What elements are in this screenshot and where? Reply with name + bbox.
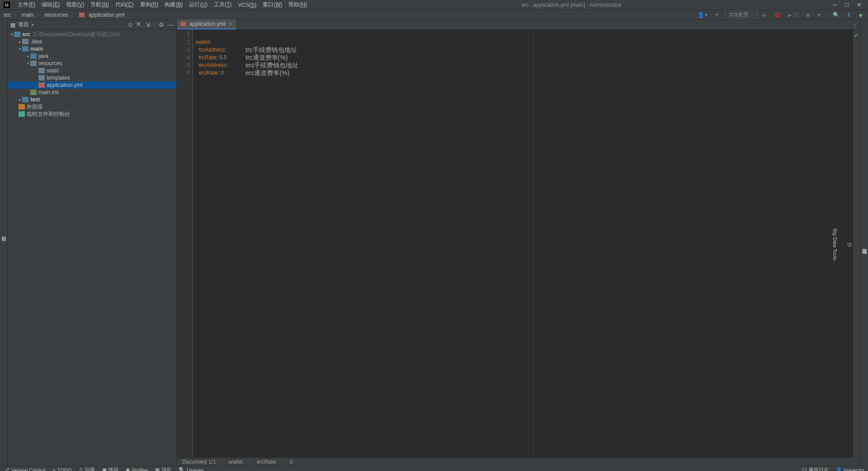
yaml-file-icon: [38, 82, 45, 88]
menu-view[interactable]: 视图(V): [63, 1, 87, 9]
tree-label: main: [30, 46, 43, 52]
window-close-icon[interactable]: ✕: [857, 1, 862, 8]
ide-settings-icon[interactable]: ◆: [857, 11, 864, 19]
more-icon[interactable]: ⋮: [852, 23, 858, 29]
menu-code[interactable]: 代码(C): [112, 1, 137, 9]
profiler-button[interactable]: ◉Profiler: [126, 467, 148, 471]
version-control-button[interactable]: ⎇Version Control: [4, 467, 45, 471]
gear-icon[interactable]: ⚙: [159, 21, 164, 28]
editor-tab[interactable]: application.yml ×: [177, 19, 236, 29]
editor-gutter[interactable]: 1 2 3 4 5 6: [177, 30, 193, 457]
tree-label: test: [30, 96, 40, 103]
line-number: 5: [177, 62, 190, 69]
code-line: [196, 31, 853, 38]
message-icon: ▦: [155, 467, 160, 471]
menu-help[interactable]: 帮助(H): [285, 1, 310, 9]
breadcrumb-item[interactable]: application.yml: [89, 12, 124, 18]
inline-comment: trc手续费钱包地址: [245, 46, 297, 54]
debug-icon[interactable]: 🐞: [772, 11, 783, 19]
run-icon[interactable]: ▶: [761, 11, 769, 19]
messages-button[interactable]: ▦消息: [155, 466, 171, 471]
yaml-path-item[interactable]: 0: [290, 459, 293, 465]
tree-path: D:\Documents\Desktop\提币接口\src: [33, 31, 121, 38]
search-icon[interactable]: 🔍: [831, 11, 841, 19]
todo-button[interactable]: ≡TODO: [52, 467, 71, 471]
tree-row-extlib[interactable]: 外部库: [8, 103, 176, 110]
select-opened-file-icon[interactable]: ⊙: [128, 21, 133, 28]
menu-navigate[interactable]: 导航(N): [87, 1, 112, 9]
chevron-down-icon[interactable]: ▾: [9, 32, 14, 37]
tree-row-appyml[interactable]: application.yml: [8, 81, 176, 89]
menu-build[interactable]: 构建(B): [161, 1, 186, 9]
close-tab-icon[interactable]: ×: [229, 21, 232, 27]
menu-vcs[interactable]: VCS(S): [235, 2, 259, 8]
chevron-down-icon[interactable]: ▾: [26, 61, 30, 66]
tree-row-test[interactable]: ▸ test: [8, 96, 176, 103]
stop-icon[interactable]: ■: [816, 11, 822, 19]
add-user-icon[interactable]: 👤+: [696, 11, 709, 19]
expand-all-icon[interactable]: ⇱: [137, 21, 142, 28]
line-number: 3: [177, 46, 190, 54]
chevron-down-icon[interactable]: ▾: [18, 47, 22, 51]
left-tool-strip: 项目 结构 收藏夹 Bookmarks: [0, 20, 8, 466]
tree-label: .idea: [30, 38, 42, 45]
window-maximize-icon[interactable]: □: [845, 1, 849, 8]
tree-row-templates[interactable]: templates: [8, 74, 176, 81]
breadcrumb-item[interactable]: resources: [44, 12, 68, 18]
yaml-file-icon: [180, 22, 186, 26]
chevron-down-icon[interactable]: ▾: [32, 23, 34, 27]
folder-icon: [38, 68, 45, 73]
tree-label: 外部库: [27, 103, 43, 111]
window-minimize-icon[interactable]: ─: [833, 1, 837, 8]
resources-folder-icon: [30, 61, 37, 66]
minimize-panel-icon[interactable]: —: [168, 21, 174, 28]
editor-breadcrumb-bar: Document 1/1 〉 wallet: 〉 ercRate: 〉 0: [177, 457, 860, 466]
terminal-button[interactable]: ▣终端: [102, 466, 118, 471]
chevron-right-icon[interactable]: ▸: [18, 39, 22, 44]
project-panel-title[interactable]: 项目: [18, 21, 29, 29]
title-bar: IJ 文件(F) 编辑(E) 视图(V) 导航(N) 代码(C) 重构(R) 构…: [0, 0, 868, 10]
tree-label: src: [22, 31, 30, 38]
tree-row-idea[interactable]: ▸ .idea: [8, 38, 176, 45]
menu-file[interactable]: 文件(F): [14, 1, 38, 9]
inspector-button[interactable]: 👤Inspector: [836, 467, 864, 471]
problems-button[interactable]: ⚠问题: [79, 466, 95, 471]
run-config-select[interactable]: 添加配置...: [725, 10, 757, 19]
tree-row-resources[interactable]: ▾ resources: [8, 60, 176, 67]
menu-tools[interactable]: 工具(T): [211, 1, 235, 9]
project-tree[interactable]: ▾ srcD:\Documents\Desktop\提币接口\src ▸ .id…: [8, 30, 176, 466]
yaml-path-item[interactable]: wallet:: [229, 459, 244, 465]
breadcrumb-item[interactable]: src: [4, 12, 11, 18]
menu-window[interactable]: 窗口(W): [259, 1, 285, 9]
usages-button[interactable]: 🔍Usages: [179, 467, 203, 471]
collapse-all-icon[interactable]: ⇲: [145, 21, 150, 28]
project-panel: ▦ 项目 ▾ ⊙ ⇱ ⇲ | ⚙ — ▾ srcD:\Documents\Des…: [8, 20, 177, 466]
tree-row-main[interactable]: ▾ main: [8, 45, 176, 52]
tree-label: templates: [47, 75, 70, 81]
chevron-right-icon[interactable]: ▸: [18, 97, 22, 102]
menu-edit[interactable]: 编辑(E): [38, 1, 63, 9]
chevron-right-icon[interactable]: ▸: [26, 54, 30, 58]
back-icon[interactable]: ↖: [713, 11, 721, 19]
tree-row-static[interactable]: static: [8, 67, 176, 74]
chevron-right-icon: 〉: [248, 458, 253, 466]
yaml-path-item[interactable]: ercRate:: [257, 459, 277, 465]
breadcrumb-item[interactable]: main: [22, 12, 33, 18]
tree-row-java[interactable]: ▸ java: [8, 52, 176, 60]
tree-label: static: [47, 67, 59, 74]
inline-comment: erc手续费钱包地址: [245, 62, 298, 69]
tree-row-root[interactable]: ▾ srcD:\Documents\Desktop\提币接口\src: [8, 31, 176, 38]
tree-row-scratch[interactable]: 临时文件和控制台: [8, 110, 176, 118]
coverage-icon[interactable]: ▶⎇: [786, 11, 800, 19]
menu-refactor[interactable]: 重构(R): [137, 1, 162, 9]
chevron-right-icon: 〉: [220, 458, 225, 466]
editor-code[interactable]: wallet: trcAddress:trc手续费钱包地址 trcRate: 5…: [193, 30, 853, 457]
event-log-button[interactable]: 🗨事件日志: [802, 466, 829, 471]
profile-icon[interactable]: ◉: [804, 11, 812, 19]
warning-icon: ⚠: [79, 467, 83, 471]
menu-run[interactable]: 运行(U): [186, 1, 211, 9]
editor-tab-label: application.yml: [189, 21, 225, 27]
update-icon[interactable]: ⬆: [845, 11, 853, 19]
tree-row-mainiml[interactable]: main.iml: [8, 89, 176, 96]
editor-inspection-strip[interactable]: ✔: [853, 30, 860, 457]
